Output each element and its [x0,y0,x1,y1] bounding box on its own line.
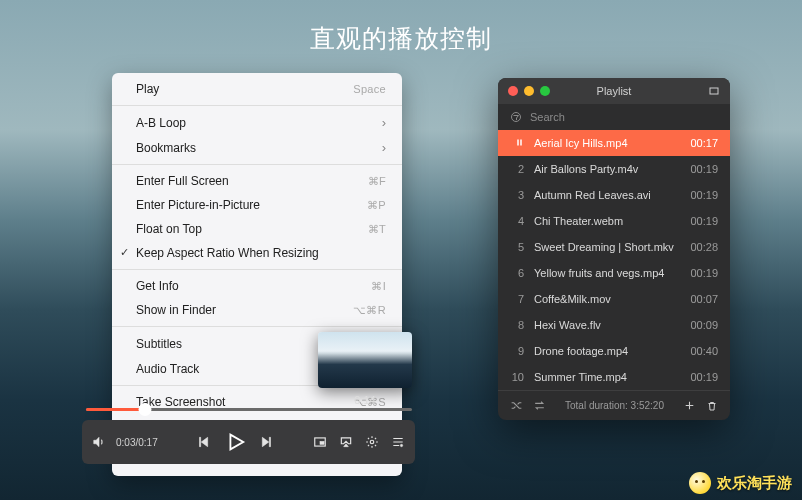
playlist-row[interactable]: 2Air Ballons Party.m4v00:19 [498,156,730,182]
traffic-lights[interactable] [508,86,550,96]
seek-preview-time: 0:14 [318,394,412,406]
add-icon[interactable] [683,399,696,412]
menu-enter-fullscreen[interactable]: Enter Full Screen⌘F [112,169,402,193]
playlist-item-name: Sweet Dreaming | Short.mkv [534,241,680,253]
page-title: 直观的播放控制 [0,22,802,55]
playlist-item-duration: 00:28 [690,241,718,253]
menu-keep-aspect-ratio[interactable]: ✓Keep Aspect Ratio When Resizing [112,241,402,265]
menu-enter-pip[interactable]: Enter Picture-in-Picture⌘P [112,193,402,217]
playlist-item-name: Aerial Icy Hills.mp4 [534,137,680,149]
detach-icon[interactable] [708,85,720,97]
svg-point-3 [400,444,402,446]
menu-bookmarks[interactable]: Bookmarks [112,135,402,160]
menu-show-in-finder[interactable]: Show in Finder⌥⌘R [112,298,402,322]
seek-preview-thumbnail [318,332,412,388]
pip-icon[interactable] [313,435,327,449]
smiley-icon [689,472,711,494]
playlist-item-name: Summer Time.mp4 [534,371,680,383]
menu-play[interactable]: PlaySpace [112,77,402,101]
playlist-row[interactable]: 5Sweet Dreaming | Short.mkv00:28 [498,234,730,260]
playlist-row[interactable]: 10Summer Time.mp400:19 [498,364,730,390]
next-button[interactable] [260,435,274,449]
settings-icon[interactable] [365,435,379,449]
svg-point-2 [370,440,374,444]
airplay-icon[interactable] [339,435,353,449]
play-button[interactable] [224,431,246,453]
playlist-toggle-icon[interactable] [391,435,405,449]
pause-icon [510,137,524,149]
playlist-item-name: Yellow fruits and vegs.mp4 [534,267,680,279]
svg-point-5 [512,113,521,122]
playlist-footer: Total duration: 3:52:20 [498,390,730,420]
playlist-search[interactable]: Search [498,104,730,130]
time-display: 0:03/0:17 [116,437,158,448]
volume-icon[interactable] [92,435,106,449]
trash-icon[interactable] [706,400,718,412]
player-controls: 0:03/0:17 [82,420,415,464]
playlist-item-duration: 00:19 [690,371,718,383]
menu-get-info[interactable]: Get Info⌘I [112,274,402,298]
playlist-item-name: Chi Theater.webm [534,215,680,227]
prev-button[interactable] [196,435,210,449]
playlist-item-duration: 00:17 [690,137,718,149]
context-menu: PlaySpace A-B Loop Bookmarks Enter Full … [112,73,402,476]
playlist-item-name: Air Ballons Party.m4v [534,163,680,175]
playlist-item-duration: 00:07 [690,293,718,305]
filter-icon[interactable] [510,111,522,123]
playlist-item-duration: 00:09 [690,319,718,331]
shuffle-icon[interactable] [510,399,523,412]
playlist-item-duration: 00:19 [690,267,718,279]
watermark: 欢乐淘手游 [689,472,792,494]
playlist-row[interactable]: 7Coffe&Milk.mov00:07 [498,286,730,312]
playlist-row[interactable]: 8Hexi Wave.flv00:09 [498,312,730,338]
progress-bar[interactable] [86,408,412,411]
playlist-item-duration: 00:40 [690,345,718,357]
playlist-item-name: Hexi Wave.flv [534,319,680,331]
menu-ab-loop[interactable]: A-B Loop [112,110,402,135]
playlist-titlebar[interactable]: Playlist [498,78,730,104]
playlist-row[interactable]: 6Yellow fruits and vegs.mp400:19 [498,260,730,286]
repeat-icon[interactable] [533,399,546,412]
svg-rect-4 [710,88,718,94]
playlist-window: Playlist Search Aerial Icy Hills.mp400:1… [498,78,730,420]
playlist-row[interactable]: 9Drone footage.mp400:40 [498,338,730,364]
playlist-item-name: Autumn Red Leaves.avi [534,189,680,201]
playlist-item-duration: 00:19 [690,215,718,227]
svg-rect-1 [320,441,324,444]
playlist-item-duration: 00:19 [690,163,718,175]
menu-float-on-top[interactable]: Float on Top⌘T [112,217,402,241]
total-duration: Total duration: 3:52:20 [556,400,673,411]
playlist-item-name: Coffe&Milk.mov [534,293,680,305]
progress-handle[interactable] [138,403,151,416]
playlist-item-duration: 00:19 [690,189,718,201]
playlist-row[interactable]: Aerial Icy Hills.mp400:17 [498,130,730,156]
playlist-item-name: Drone footage.mp4 [534,345,680,357]
playlist-row[interactable]: 4Chi Theater.webm00:19 [498,208,730,234]
search-placeholder: Search [530,111,565,123]
playlist-row[interactable]: 3Autumn Red Leaves.avi00:19 [498,182,730,208]
playlist-items: Aerial Icy Hills.mp400:172Air Ballons Pa… [498,130,730,390]
